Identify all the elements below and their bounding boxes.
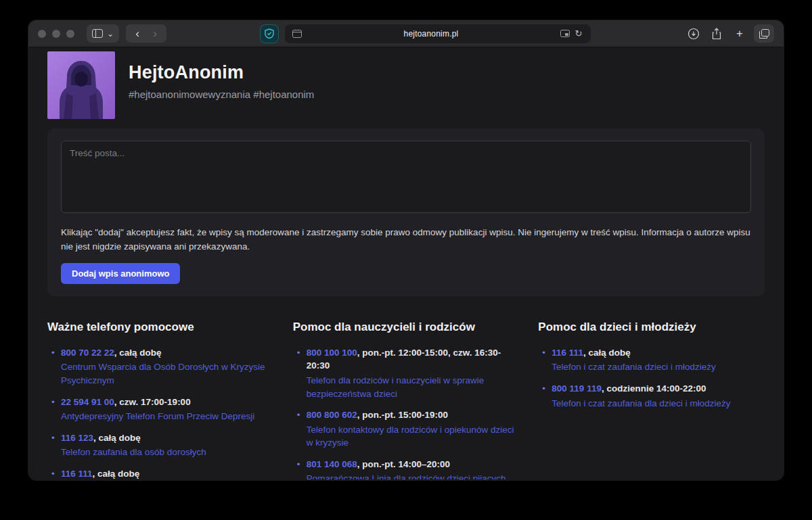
extension-button[interactable] xyxy=(261,25,278,43)
forward-button[interactable]: › xyxy=(146,25,164,43)
site-avatar xyxy=(47,51,115,119)
help-item: 800 100 100, pon.-pt. 12:00-15:00, czw. … xyxy=(293,346,520,400)
hours-text: , całą dobę xyxy=(583,348,631,358)
submit-post-button[interactable]: Dodaj wpis anonimowo xyxy=(61,263,180,284)
description-link[interactable]: Telefon kontaktowy dla rodziców i opieku… xyxy=(307,423,520,450)
download-icon xyxy=(687,28,700,40)
minimize-window-button[interactable] xyxy=(52,30,60,38)
help-column: Pomoc dla dzieci i młodzieży116 111, cał… xyxy=(538,321,765,479)
help-item: 116 123, całą dobęTelefon zaufania dla o… xyxy=(47,431,274,459)
help-column: Ważne telefony pomocowe800 70 22 22, cał… xyxy=(47,321,274,479)
help-item: 116 111, całą dobęTelefon i czat zaufani… xyxy=(538,346,765,374)
phone-link[interactable]: 800 800 602 xyxy=(307,410,357,420)
phone-link[interactable]: 116 123 xyxy=(61,433,93,443)
help-item: 801 140 068, pon.-pt. 14:00–20:00Pomarań… xyxy=(293,458,520,479)
share-icon xyxy=(711,28,722,40)
help-column-title: Pomoc dla nauczycieli i rodziców xyxy=(293,321,520,334)
phone-link[interactable]: 800 100 100 xyxy=(307,348,357,358)
post-content-input[interactable] xyxy=(61,141,751,213)
description-link[interactable]: Telefon i czat zaufania dzieci i młodzie… xyxy=(551,360,765,374)
help-item: 800 800 602, pon.-pt. 15:00-19:00Telefon… xyxy=(293,408,520,450)
hours-text: , czw. 17:00-19:00 xyxy=(114,397,191,407)
description-link[interactable]: Pomarańczowa Linia dla rodziców dzieci p… xyxy=(307,472,520,479)
page-subtitle: #hejtoanonimowewyznania #hejtoanonim xyxy=(129,89,314,100)
phone-link[interactable]: 116 111 xyxy=(61,469,93,479)
description-link[interactable]: Telefon i czat zaufania dla dzieci i mło… xyxy=(551,397,765,410)
toolbar-right-icons: + xyxy=(685,24,774,43)
close-window-button[interactable] xyxy=(38,30,46,38)
help-item-heading: 116 111, całą dobę xyxy=(551,346,765,360)
hours-text: , całą dobę xyxy=(93,433,141,443)
help-column-title: Pomoc dla dzieci i młodzieży xyxy=(538,321,765,334)
reload-icon[interactable]: ↻ xyxy=(572,28,585,39)
picture-in-picture-icon[interactable] xyxy=(558,30,572,37)
traffic-lights xyxy=(38,30,74,38)
chevron-down-icon: ⌄ xyxy=(107,29,114,39)
hours-text: , pon.-pt. 14:00–20:00 xyxy=(357,459,450,469)
help-item-heading: 800 800 602, pon.-pt. 15:00-19:00 xyxy=(307,408,520,422)
phone-link[interactable]: 800 70 22 22 xyxy=(61,348,114,358)
hours-text: , codziennie 14:00-22:00 xyxy=(602,383,706,394)
description-link[interactable]: Centrum Wsparcia dla Osób Dorosłych w Kr… xyxy=(61,360,274,387)
help-item-heading: 116 123, całą dobę xyxy=(61,431,274,445)
sidebar-toggle[interactable]: ⌄ xyxy=(87,24,119,43)
moderation-disclaimer: Klikając "dodaj" akceptujesz fakt, że wp… xyxy=(61,226,751,254)
help-item-heading: 800 70 22 22, całą dobę xyxy=(61,346,274,360)
help-column: Pomoc dla nauczycieli i rodziców800 100 … xyxy=(293,321,520,479)
nav-buttons: ‹ › xyxy=(126,24,166,43)
zoom-window-button[interactable] xyxy=(66,30,74,38)
browser-window: ⌄ ‹ › hejtoanonim.pl xyxy=(28,20,784,480)
shield-extension-icon xyxy=(265,28,274,39)
phone-link[interactable]: 116 111 xyxy=(551,348,583,358)
help-item-heading: 800 119 119, codziennie 14:00-22:00 xyxy=(551,382,765,396)
site-titles: HejtoAnonim #hejtoanonimowewyznania #hej… xyxy=(129,51,314,100)
description-link[interactable]: Antydepresyjny Telefon Forum Przeciw Dep… xyxy=(61,410,274,423)
page-content: HejtoAnonim #hejtoanonimowewyznania #hej… xyxy=(28,47,784,479)
phone-link[interactable]: 22 594 91 00 xyxy=(61,397,114,407)
site-header: HejtoAnonim #hejtoanonimowewyznania #hej… xyxy=(47,51,765,119)
help-item: 22 594 91 00, czw. 17:00-19:00Antydepres… xyxy=(47,396,274,423)
help-item-heading: 116 111, całą dobę xyxy=(61,467,274,479)
sidebar-icon xyxy=(92,29,103,38)
tab-overview-button[interactable] xyxy=(754,24,774,43)
help-item: 800 119 119, codziennie 14:00-22:00Telef… xyxy=(538,382,765,410)
downloads-button[interactable] xyxy=(685,25,702,43)
hooded-figure-illustration xyxy=(47,51,115,119)
tabs-icon xyxy=(759,29,769,39)
hours-text: , całą dobę xyxy=(114,348,162,358)
browser-toolbar: ⌄ ‹ › hejtoanonim.pl xyxy=(28,20,784,47)
help-list: 116 111, całą dobęTelefon i czat zaufani… xyxy=(538,346,765,410)
help-item-heading: 801 140 068, pon.-pt. 14:00–20:00 xyxy=(307,458,520,471)
phone-link[interactable]: 800 119 119 xyxy=(551,383,602,394)
help-item: 800 70 22 22, całą dobęCentrum Wsparcia … xyxy=(47,346,274,387)
page-format-icon[interactable] xyxy=(290,30,304,38)
hours-text: , pon.-pt. 15:00-19:00 xyxy=(357,410,448,420)
help-item-heading: 800 100 100, pon.-pt. 12:00-15:00, czw. … xyxy=(307,346,520,373)
help-list: 800 70 22 22, całą dobęCentrum Wsparcia … xyxy=(47,346,274,479)
page-title: HejtoAnonim xyxy=(129,62,314,83)
hours-text: , całą dobę xyxy=(93,469,140,479)
help-columns: Ważne telefony pomocowe800 70 22 22, cał… xyxy=(47,321,765,479)
description-link[interactable]: Telefon dla rodziców i nauczycieli w spr… xyxy=(307,374,520,400)
share-button[interactable] xyxy=(708,25,725,43)
post-form-card: Klikając "dodaj" akceptujesz fakt, że wp… xyxy=(47,128,765,296)
help-item: 116 111, całą dobęTelefon zaufania dziec… xyxy=(47,467,274,479)
back-button[interactable]: ‹ xyxy=(129,25,146,43)
address-bar[interactable]: hejtoanonim.pl ↻ xyxy=(285,24,591,43)
phone-link[interactable]: 801 140 068 xyxy=(307,459,357,469)
help-item-heading: 22 594 91 00, czw. 17:00-19:00 xyxy=(61,396,274,409)
description-link[interactable]: Telefon zaufania dla osób dorosłych xyxy=(61,446,274,459)
help-list: 800 100 100, pon.-pt. 12:00-15:00, czw. … xyxy=(293,346,520,479)
help-column-title: Ważne telefony pomocowe xyxy=(47,321,274,334)
url-text: hejtoanonim.pl xyxy=(304,29,558,39)
new-tab-button[interactable]: + xyxy=(731,25,748,43)
